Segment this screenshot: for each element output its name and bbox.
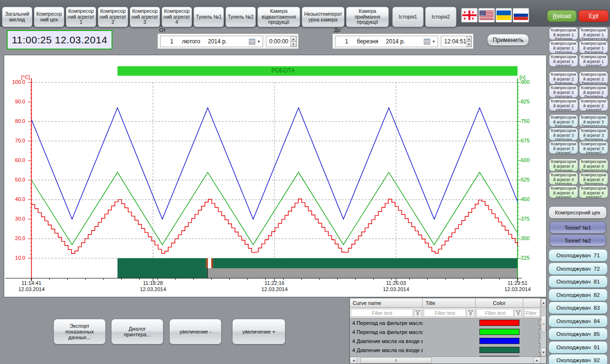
vertical-scrollbar[interactable]: ▲ ≡ ▼ [540, 298, 546, 356]
table-header-cell[interactable] [523, 298, 541, 308]
table-row[interactable]: 4 Давление масла на входе в... [350, 336, 541, 345]
to-time-field[interactable]: 12:04:51 ▲▼ [441, 36, 472, 47]
filter-input[interactable] [524, 309, 540, 317]
toolbar-tab[interactable]: Низькотемпературна камера [302, 7, 345, 27]
spin-up-icon[interactable]: ▲ [467, 36, 471, 41]
russia-flag-button[interactable] [513, 8, 529, 22]
table-row[interactable]: 4 Перепад на фильтре масла к... [350, 327, 541, 336]
scroll-down-icon[interactable]: ▼ [541, 348, 546, 356]
sidebar-cooler-button[interactable]: Охолоджувач 91 [549, 341, 608, 354]
sidebar-unit-button[interactable]: Компресорний агрегат 1 Давление [549, 27, 578, 40]
sidebar-unit-button[interactable]: Компресорний агрегат 2 Давление [549, 71, 578, 84]
table-row[interactable]: 4 Давление масла на входе в... [350, 345, 541, 354]
curve-color-cell [476, 347, 523, 353]
sidebar-cooler-button[interactable]: Охолоджувач 92 [549, 354, 608, 364]
vscroll-thumb[interactable]: ≡ [541, 315, 546, 333]
usa-flag-button[interactable] [478, 8, 495, 22]
sidebar-unit-button[interactable]: Компресорний агрегат 2 Дискретка [579, 85, 608, 98]
reload-button[interactable]: Reload [547, 10, 577, 22]
sidebar-cooler-button[interactable]: Охолоджувач 83 [549, 302, 608, 314]
sidebar-unit-button[interactable]: Компресорний агрегат 4 Температура [579, 159, 608, 172]
sidebar-unit-button[interactable]: Компресорний агрегат 1 Аварии1 [549, 54, 578, 67]
spin-up-icon[interactable]: ▲ [290, 36, 296, 41]
footer-button[interactable]: Экспорт показанных данных... [53, 319, 106, 344]
scroll-left-icon[interactable]: ◄ [350, 357, 357, 364]
toolbar-tab[interactable]: Компресорний цех [34, 7, 64, 27]
exit-button[interactable]: Exit [579, 10, 609, 22]
sidebar-cooler-button[interactable]: Охолоджувач 84 [549, 315, 608, 327]
ukraine-flag-button[interactable] [496, 8, 512, 22]
footer-button[interactable]: увеличение - [169, 319, 222, 344]
table-row[interactable]: 4 Перепад на фильтре масла ... [350, 318, 541, 327]
from-date-picker[interactable]: 1 лютого 2014 р. ▼ [160, 36, 263, 47]
toolbar-tab[interactable]: Камера відвантаження продукції [257, 7, 300, 27]
toolbar-tab[interactable]: Компресорний агрегат 3 [130, 7, 160, 27]
toolbar-tab[interactable]: Компресорний агрегат 2 [98, 7, 128, 27]
toolbar-tab[interactable]: Тунель №1 [193, 7, 224, 27]
sidebar-unit-button[interactable]: Компресорний агрегат 4 Аварии2 [579, 185, 608, 198]
sidebar-unit-button[interactable]: Компресорний агрегат 3 Аварии2 [579, 141, 608, 154]
filter-funnel-icon[interactable] [414, 309, 421, 317]
to-time-spinner[interactable]: ▲▼ [467, 36, 471, 47]
sidebar-cooler-button[interactable]: Охолоджувач 81 [549, 275, 608, 288]
toolbar-tab[interactable]: Камера приймання продукції [346, 7, 389, 27]
scroll-up-icon[interactable]: ▲ [541, 298, 546, 307]
spin-down-icon[interactable]: ▼ [290, 41, 296, 47]
sidebar-unit-button[interactable]: Компресорний агрегат 3 Дискретка [579, 128, 608, 141]
sidebar-unit-button[interactable]: Компресорний агрегат 3 Нагрузка [549, 128, 578, 141]
sidebar-unit-button[interactable]: Компресорний агрегат 1 Нагрузка [549, 40, 578, 53]
sidebar-unit-button[interactable]: Компресорний агрегат 1 Аварии2 [579, 54, 608, 67]
filter-input[interactable] [351, 309, 413, 317]
toolbar-tab[interactable]: Тунель №2 [225, 7, 256, 27]
from-calendar-dropdown[interactable]: ▼ [249, 39, 263, 45]
sidebar-unit-button[interactable]: Компресорний агрегат 4 Аварии1 [549, 185, 578, 198]
sidebar-unit-button[interactable]: Компресорний агрегат 2 Аварии2 [579, 98, 608, 111]
from-time-spinner[interactable]: ▲▼ [290, 36, 296, 47]
to-date-picker[interactable]: 1 березня 2014 р. ▼ [335, 36, 438, 47]
sidebar-unit-button[interactable]: Компресорний агрегат 4 Нагрузка [549, 172, 578, 185]
sidebar-unit-button[interactable]: Компресорний агрегат 3 Аварии1 [549, 141, 578, 154]
table-header-cell[interactable]: Title [423, 298, 476, 308]
to-year: 2014 р. [386, 38, 405, 45]
sidebar-tunnel-button[interactable]: Tonnel' №2 [549, 234, 606, 246]
footer-button[interactable]: Диалог принтера... [111, 319, 163, 344]
filter-funnel-icon[interactable] [514, 309, 522, 317]
sidebar-unit-button[interactable]: Компресорний агрегат 2 Аварии1 [549, 98, 578, 111]
curve-table-filter-row [350, 308, 541, 318]
sidebar-tunnel-button[interactable]: Tonnel' №1 [549, 222, 606, 233]
sidebar-unit-button[interactable]: Компресорний агрегат 1 Температура [579, 27, 608, 40]
apply-button[interactable]: Применить [487, 34, 529, 46]
scroll-right-icon[interactable]: ► [533, 357, 541, 364]
sidebar-cooler-button[interactable]: Охолоджувач 85 [549, 328, 608, 340]
from-day: 1 [170, 38, 173, 45]
sidebar-unit-button[interactable]: Компресорний агрегат 3 Температура [579, 114, 608, 127]
sidebar-cooler-button[interactable]: Охолоджувач 71 [549, 249, 608, 262]
sidebar-unit-button[interactable]: Компресорний агрегат 2 Температура [579, 71, 608, 84]
sidebar-cooler-button[interactable]: Охолоджувач 82 [549, 289, 608, 301]
toolbar-tab[interactable]: Компресорний агрегат 1 [66, 7, 96, 27]
spin-down-icon[interactable]: ▼ [467, 41, 471, 47]
sidebar-unit-button[interactable]: Компресорний агрегат 4 Дискретка [579, 172, 608, 185]
table-header-cell[interactable]: Color [476, 298, 523, 308]
sidebar-unit-button[interactable]: Компресорний агрегат 4 Давление [549, 159, 578, 172]
from-time-field[interactable]: 0:00:00 ▲▼ [266, 36, 297, 47]
sidebar-unit-button[interactable]: Компресорний агрегат 1 Дискретка [579, 40, 608, 53]
hscroll-thumb[interactable]: ⦀ [360, 357, 432, 364]
toolbar-tab[interactable]: Історія1 [392, 7, 424, 27]
filter-input[interactable] [424, 309, 466, 317]
toolbar-tab[interactable]: Компресорний агрегат 4 [162, 7, 192, 27]
sidebar-unit-button[interactable]: Компресорний агрегат 2 Нагрузка [549, 85, 578, 98]
sidebar-unit-button[interactable]: Компресорний агрегат 3 Давление [549, 114, 578, 127]
footer-button[interactable]: увеличение + [232, 319, 285, 344]
sidebar-cooler-button[interactable]: Охолоджувач 72 [549, 263, 608, 275]
horizontal-scrollbar[interactable]: ◄ ⦀ ► [350, 356, 547, 364]
georgia-flag-button[interactable] [461, 8, 478, 22]
trend-plot[interactable] [4, 55, 547, 298]
toolbar-tab[interactable]: Історія2 [425, 7, 457, 27]
sidebar-shop-button[interactable]: Компресорний цех [549, 206, 607, 219]
to-calendar-dropdown[interactable]: ▼ [424, 39, 437, 45]
table-header-cell[interactable]: Curve name [350, 298, 423, 308]
filter-funnel-icon[interactable] [467, 309, 474, 317]
toolbar-tab[interactable]: Загальний вигляд [2, 7, 32, 27]
filter-input[interactable] [477, 309, 514, 317]
